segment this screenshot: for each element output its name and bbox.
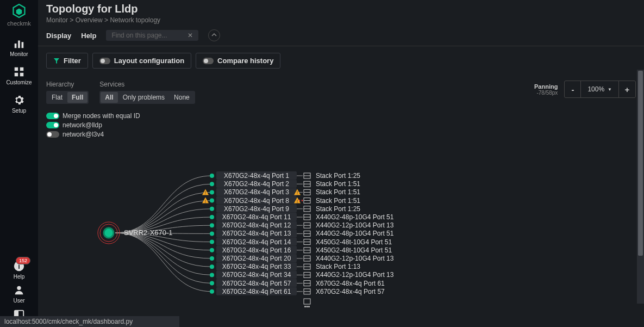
services-problems[interactable]: Only problems bbox=[118, 92, 169, 103]
svg-point-52 bbox=[210, 215, 214, 219]
menu-help[interactable]: Help bbox=[81, 32, 96, 40]
breadcrumb[interactable]: Monitor > Overview > Network topology bbox=[46, 16, 636, 24]
svg-rect-3 bbox=[18, 41, 20, 48]
chevron-down-icon bbox=[211, 33, 217, 38]
svg-marker-1 bbox=[16, 9, 22, 15]
svg-text:•••: ••• bbox=[304, 304, 310, 310]
sidebar-item-help[interactable]: 152 i Help bbox=[13, 260, 25, 280]
filter-icon bbox=[53, 58, 60, 64]
zoom-out-button[interactable]: - bbox=[565, 81, 581, 97]
search-box: ✕ bbox=[106, 30, 198, 41]
svg-text:X670G2-48x-4q Port 61: X670G2-48x-4q Port 61 bbox=[222, 288, 291, 295]
svg-rect-2 bbox=[15, 44, 17, 48]
svg-text:X450G2-48t-10G4 Port 51: X450G2-48t-10G4 Port 51 bbox=[316, 238, 392, 246]
svg-point-16 bbox=[104, 228, 114, 238]
svg-text:Stack Port 1:25: Stack Port 1:25 bbox=[316, 172, 360, 180]
svg-text:X440G2-48p-10G4 Port 51: X440G2-48p-10G4 Port 51 bbox=[316, 230, 394, 237]
svg-point-106 bbox=[210, 289, 214, 294]
topology-graph[interactable]: SVRR2-X670-1X670G2-48x-4q Port 1Stack Po… bbox=[38, 124, 636, 323]
toggle-icon bbox=[203, 58, 214, 64]
sidebar-item-user[interactable]: User bbox=[13, 284, 25, 304]
bars-icon bbox=[13, 38, 25, 50]
svg-text:X670G2-48x-4q Port 13: X670G2-48x-4q Port 13 bbox=[222, 230, 291, 237]
svg-text:X670G2-48x-4q Port 57: X670G2-48x-4q Port 57 bbox=[222, 280, 291, 287]
svg-text:X670G2-48x-4q Port 33: X670G2-48x-4q Port 33 bbox=[222, 263, 291, 270]
zoom-level-dropdown[interactable]: 100%▼ bbox=[581, 81, 619, 97]
svg-text:X670G2-48x-4q Port 34: X670G2-48x-4q Port 34 bbox=[222, 271, 291, 279]
zoom-in-button[interactable]: + bbox=[619, 81, 635, 97]
svg-text:X670G2-48x-4q Port 11: X670G2-48x-4q Port 11 bbox=[222, 213, 291, 221]
svg-text:!: ! bbox=[205, 199, 207, 204]
help-badge-count: 152 bbox=[16, 257, 30, 264]
svg-rect-7 bbox=[15, 73, 18, 76]
svg-point-18 bbox=[210, 174, 214, 178]
svg-point-58 bbox=[210, 223, 214, 227]
nav-label: Setup bbox=[12, 108, 26, 114]
scrollbar-thumb[interactable] bbox=[638, 71, 643, 256]
svg-text:X670G2-48x-4q Port 12: X670G2-48x-4q Port 12 bbox=[222, 221, 291, 229]
hierarchy-full[interactable]: Full bbox=[67, 92, 87, 103]
svg-text:X670G2-48x-4q Port 61: X670G2-48x-4q Port 61 bbox=[316, 280, 385, 287]
toggle-merge-nodes[interactable]: Merge nodes with equal ID bbox=[46, 112, 636, 120]
svg-point-94 bbox=[210, 273, 214, 277]
status-bar: localhost:5000/cmk/check_mk/dashboard.py bbox=[0, 316, 179, 327]
hierarchy-flat[interactable]: Flat bbox=[47, 92, 67, 103]
svg-text:X670G2-48x-4q Port 20: X670G2-48x-4q Port 20 bbox=[222, 255, 291, 262]
svg-rect-4 bbox=[22, 42, 24, 48]
svg-point-64 bbox=[210, 231, 214, 236]
svg-text:X670G2-48x-4q Port 1: X670G2-48x-4q Port 1 bbox=[224, 172, 289, 180]
expand-button[interactable] bbox=[208, 29, 220, 41]
svg-text:Stack Port 1:51: Stack Port 1:51 bbox=[316, 197, 360, 205]
filter-button[interactable]: Filter bbox=[46, 53, 88, 69]
svg-text:Stack Port 1:51: Stack Port 1:51 bbox=[316, 188, 360, 196]
svg-text:X440G2-12p-10G4 Port 13: X440G2-12p-10G4 Port 13 bbox=[316, 221, 394, 229]
toggle-icon bbox=[99, 58, 110, 64]
svg-text:X670G2-48x-4q Port 57: X670G2-48x-4q Port 57 bbox=[316, 288, 385, 295]
logo-text: checkmk bbox=[7, 20, 30, 27]
svg-text:SVRR2-X670-1: SVRR2-X670-1 bbox=[124, 229, 173, 237]
svg-point-46 bbox=[210, 207, 214, 211]
logo[interactable]: checkmk bbox=[7, 3, 30, 27]
svg-text:X440G2-12p-10G4 Port 13: X440G2-12p-10G4 Port 13 bbox=[316, 271, 394, 279]
hierarchy-segment: Flat Full bbox=[46, 91, 89, 104]
svg-text:X440G2-48p-10G4 Port 51: X440G2-48p-10G4 Port 51 bbox=[316, 213, 394, 221]
menu-display[interactable]: Display bbox=[46, 32, 71, 40]
svg-text:Stack Port 1:25: Stack Port 1:25 bbox=[316, 205, 360, 213]
scrollbar[interactable] bbox=[637, 70, 644, 304]
svg-text:!: ! bbox=[297, 199, 298, 204]
nav-label: Monitor bbox=[10, 51, 28, 57]
svg-text:Stack Port 1:13: Stack Port 1:13 bbox=[316, 263, 360, 270]
nav-label: User bbox=[13, 298, 24, 304]
sidebar-item-setup[interactable]: Setup bbox=[12, 94, 26, 114]
page-title: Topology for Lldp bbox=[46, 3, 636, 15]
layout-config-button[interactable]: Layout configuration bbox=[92, 53, 191, 69]
svg-text:X670G2-48x-4q Port 2: X670G2-48x-4q Port 2 bbox=[224, 180, 289, 188]
svg-point-24 bbox=[210, 182, 214, 186]
nav-label: Customize bbox=[6, 79, 32, 85]
grid-icon bbox=[13, 66, 25, 78]
user-icon bbox=[13, 284, 25, 296]
svg-rect-6 bbox=[20, 67, 23, 71]
hierarchy-label: Hierarchy bbox=[46, 81, 89, 88]
gear-icon bbox=[13, 94, 25, 106]
services-label: Services bbox=[99, 81, 195, 88]
panning-info: Panning -78/58px bbox=[534, 83, 558, 96]
sidebar-item-customize[interactable]: Customize bbox=[6, 66, 32, 85]
svg-text:X670G2-48x-4q Port 3: X670G2-48x-4q Port 3 bbox=[224, 188, 289, 196]
svg-point-11 bbox=[17, 286, 21, 290]
svg-point-82 bbox=[210, 256, 214, 261]
svg-point-30 bbox=[210, 190, 214, 194]
svg-rect-5 bbox=[15, 67, 18, 71]
svg-rect-8 bbox=[20, 73, 23, 76]
svg-text:X670G2-48x-4q Port 9: X670G2-48x-4q Port 9 bbox=[224, 205, 289, 213]
svg-text:X670G2-48x-4q Port 14: X670G2-48x-4q Port 14 bbox=[222, 238, 291, 246]
services-all[interactable]: All bbox=[101, 92, 117, 103]
sidebar-item-monitor[interactable]: Monitor bbox=[10, 38, 28, 57]
svg-point-88 bbox=[210, 264, 214, 269]
services-none[interactable]: None bbox=[170, 92, 194, 103]
compare-history-button[interactable]: Compare history bbox=[196, 53, 280, 69]
services-segment: All Only problems None bbox=[99, 91, 195, 104]
search-input[interactable] bbox=[111, 32, 182, 39]
checkmk-logo-icon bbox=[11, 3, 27, 19]
clear-search-icon[interactable]: ✕ bbox=[187, 32, 193, 39]
